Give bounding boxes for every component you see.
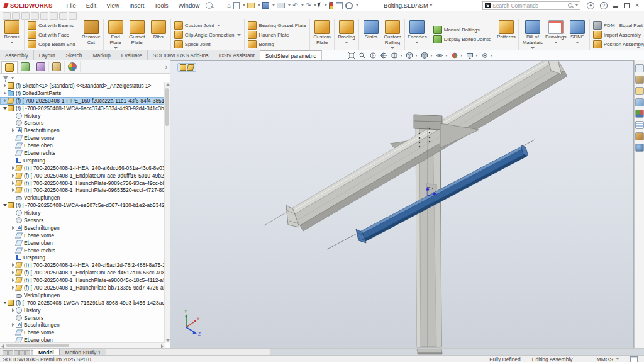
tree-item[interactable]: (f) [ 700-20250408-1-I-HEA_240-cf5acf2d-… bbox=[0, 261, 165, 269]
pin-icon[interactable] bbox=[206, 2, 213, 9]
edit-appearance-icon[interactable] bbox=[450, 52, 464, 59]
part-icon[interactable] bbox=[187, 64, 194, 71]
bill-of-materials-button[interactable]: Bill of Materials bbox=[520, 20, 545, 50]
tree-item[interactable]: Sensors bbox=[0, 217, 165, 224]
expand-arrow-icon[interactable] bbox=[2, 91, 8, 95]
tree-item[interactable]: (f) [ -700-20250408-1WCA-716291b3-8968-4… bbox=[0, 299, 165, 307]
expand-arrow-icon[interactable] bbox=[10, 166, 16, 170]
menu-insert[interactable]: Insert bbox=[125, 1, 150, 10]
zoom-to-fit-icon[interactable] bbox=[347, 52, 356, 59]
menu-file[interactable]: File bbox=[61, 1, 80, 10]
display-bolted-joints-button[interactable]: Display Bolted Joints bbox=[431, 35, 492, 44]
clip-angle-connection-button[interactable]: Clip Angle Connection bbox=[172, 30, 243, 40]
splice-joint-button[interactable]: Splice Joint bbox=[172, 40, 243, 49]
tree-item[interactable]: History bbox=[0, 112, 165, 120]
view-orientation-caret-icon[interactable] bbox=[415, 55, 418, 57]
annotation-views-icon[interactable] bbox=[390, 52, 403, 59]
menu-tools[interactable]: Tools bbox=[149, 1, 173, 10]
tree-item[interactable]: Ebene vorne bbox=[0, 232, 165, 239]
tree-item[interactable]: Ebene rechts bbox=[0, 149, 165, 157]
view-orientation-icon[interactable] bbox=[405, 52, 418, 59]
facades-caret-icon[interactable] bbox=[415, 42, 419, 43]
tree-vertical-scrollbar[interactable] bbox=[164, 82, 170, 343]
propertymanager-tab[interactable] bbox=[18, 61, 33, 72]
tree-item[interactable]: (f) [ -700-20250408-1WCA-6acc3743-5334-4… bbox=[0, 105, 165, 112]
graphics-area[interactable]: Y X Z bbox=[170, 60, 634, 348]
haunch-plate-button[interactable]: Haunch Plate bbox=[246, 30, 308, 40]
expand-arrow-icon[interactable] bbox=[10, 308, 16, 312]
minimize-icon[interactable] bbox=[613, 6, 618, 8]
tree-item[interactable]: (f) [ 700-20250408-1_EndplateOnFace-d451… bbox=[0, 269, 165, 276]
display-style-caret-icon[interactable] bbox=[430, 55, 433, 57]
sdnf-button[interactable]: SDNF bbox=[567, 20, 588, 50]
hide-show-items-caret-icon[interactable] bbox=[445, 55, 448, 57]
undo-icon[interactable]: ↶ bbox=[292, 1, 298, 9]
drawings-button[interactable]: Drawings bbox=[545, 20, 567, 50]
custom-railing-caret-icon[interactable] bbox=[391, 47, 394, 49]
expand-arrow-icon[interactable] bbox=[10, 181, 16, 185]
home-icon[interactable]: ⌂ bbox=[226, 1, 231, 9]
configurationmanager-tab[interactable] bbox=[33, 61, 49, 72]
filter-caret-icon[interactable] bbox=[11, 77, 14, 79]
edit-appearance-caret-icon[interactable] bbox=[460, 55, 463, 57]
manual-boltings-button[interactable]: Manual Boltings bbox=[431, 25, 492, 35]
expand-arrow-icon[interactable] bbox=[2, 99, 8, 103]
stairs-button[interactable]: Stairs bbox=[360, 20, 382, 50]
collapse-ribbon-icon[interactable] bbox=[636, 46, 640, 48]
file-properties-icon[interactable] bbox=[335, 1, 343, 9]
panel-flyout-chevron[interactable]: › bbox=[165, 64, 167, 71]
displaymanager-tab[interactable] bbox=[65, 61, 80, 72]
expand-arrow-icon[interactable] bbox=[10, 226, 16, 230]
tree-item[interactable]: Beschriftungen bbox=[0, 224, 165, 232]
end-plate-caret-icon[interactable] bbox=[114, 47, 118, 49]
tree-item[interactable]: History bbox=[0, 209, 165, 217]
clip-angle-connection-caret-icon[interactable] bbox=[237, 34, 241, 36]
custom-joint-button[interactable]: Custom Joint bbox=[172, 21, 243, 30]
search-commands-box[interactable]: S Search Commands bbox=[482, 1, 580, 10]
facades-button[interactable]: Facades bbox=[406, 20, 428, 50]
options-icon[interactable] bbox=[345, 1, 353, 9]
drawings-caret-icon[interactable] bbox=[554, 42, 558, 43]
new-document-icon[interactable] bbox=[233, 1, 240, 9]
section-view-icon[interactable] bbox=[379, 52, 388, 59]
splice-plate[interactable] bbox=[414, 115, 442, 130]
tab-sketch[interactable]: Sketch bbox=[60, 50, 87, 60]
vscroll-thumb[interactable] bbox=[165, 88, 169, 126]
tree-item[interactable]: Verknüpfungen bbox=[0, 194, 165, 201]
new-document-caret-icon[interactable] bbox=[243, 4, 245, 6]
tab-evaluate[interactable]: Evaluate bbox=[116, 50, 148, 60]
expand-arrow-icon[interactable] bbox=[10, 128, 16, 132]
tree-item[interactable]: (f) [ 700-20250408-1_HaunchPlate-e980045… bbox=[0, 276, 165, 284]
tree-item[interactable]: Ebene vorne bbox=[0, 329, 165, 336]
tree-item[interactable]: (f) [ 700-20250408-1_HaunchPlate-0965352… bbox=[0, 186, 165, 194]
select-icon[interactable] bbox=[318, 1, 322, 9]
tree-item[interactable]: Ursprung bbox=[0, 157, 165, 164]
dimxpertmanager-tab[interactable] bbox=[49, 61, 65, 72]
tree-item[interactable]: History bbox=[0, 307, 165, 314]
annotation-views-caret-icon[interactable] bbox=[400, 55, 402, 57]
tree-item[interactable]: Ursprung bbox=[0, 254, 165, 261]
hide-show-items-icon[interactable] bbox=[435, 52, 448, 59]
scroll-up-icon[interactable] bbox=[166, 83, 170, 86]
view-palette-icon[interactable] bbox=[635, 98, 644, 106]
expand-arrow-icon[interactable] bbox=[10, 174, 16, 178]
view-settings-caret-icon[interactable] bbox=[491, 55, 493, 57]
save-caret-icon[interactable] bbox=[272, 4, 275, 6]
bracing-caret-icon[interactable] bbox=[345, 42, 348, 43]
scroll-down-icon[interactable] bbox=[166, 339, 170, 342]
tree-item[interactable]: Beschriftungen bbox=[0, 127, 165, 134]
tree-item[interactable]: (f) Sketch<1> (Standard) <<Standard>_Anz… bbox=[0, 82, 165, 89]
tree-item[interactable]: (f) [ 700-20250408-1_HaunchPlate-bb7133c… bbox=[0, 284, 165, 291]
menu-window[interactable]: Window bbox=[174, 1, 205, 10]
search-caret-icon[interactable] bbox=[575, 4, 578, 6]
zoom-to-area-icon[interactable] bbox=[358, 52, 367, 59]
collapse-arrow-icon[interactable] bbox=[2, 107, 8, 110]
apply-scene-caret-icon[interactable] bbox=[475, 55, 478, 57]
cut-with-beams-button[interactable]: Cut with Beams bbox=[26, 21, 77, 30]
save-icon[interactable] bbox=[262, 1, 270, 9]
tree-horizontal-scrollbar[interactable] bbox=[0, 342, 165, 348]
beams-caret-icon[interactable] bbox=[10, 42, 14, 43]
scroll-left-icon[interactable] bbox=[1, 344, 4, 348]
expand-arrow-icon[interactable] bbox=[10, 323, 16, 327]
restore-window-icon[interactable] bbox=[624, 3, 630, 8]
